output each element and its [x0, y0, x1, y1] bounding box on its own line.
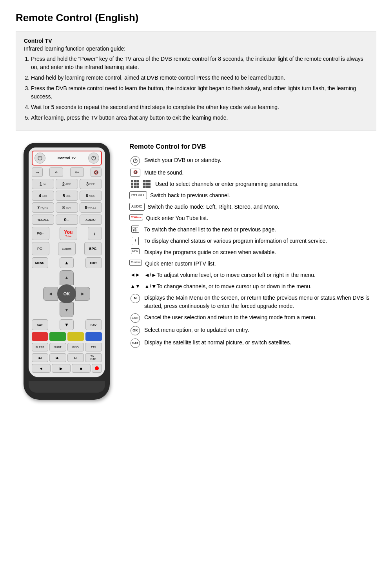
audio-button[interactable]: AUDIO	[80, 215, 102, 225]
num-8-button[interactable]: 8TUV	[56, 202, 78, 213]
control-tv-label: Control TV	[58, 156, 76, 160]
custom-button[interactable]: Custom	[58, 242, 76, 255]
num-3-button[interactable]: 3DEF	[80, 179, 102, 189]
step-2: Hand-held by learning remote control, ai…	[31, 74, 368, 82]
desc-ok: OK Select menu option, or to updated on …	[129, 326, 376, 335]
num-7-button[interactable]: 7PQRS	[32, 202, 54, 213]
desc-ud-text: ▲/▼To change channels, or to move cursor…	[144, 282, 376, 291]
fav-button[interactable]: FAV	[85, 319, 102, 330]
desc-exit-text: Cancel the user selection and return to …	[144, 313, 376, 322]
desc-epg-text: Display the programs guide on screen whe…	[144, 248, 376, 257]
desc-recall: RECALL Switch back to previous channel.	[129, 191, 376, 200]
sat-fav-row: SAT ▼ FAV	[32, 319, 102, 330]
green-button[interactable]	[49, 332, 66, 341]
step-5: After learning, press the TV button area…	[31, 114, 368, 122]
color-row	[32, 332, 102, 341]
epg-button[interactable]: EPG	[84, 242, 102, 255]
dpad-right-button[interactable]: ►	[75, 287, 90, 301]
stop-button[interactable]: ■	[72, 364, 91, 373]
ok-button[interactable]: OK	[57, 284, 76, 303]
pg-desc-icon: PS+ PS-	[129, 226, 141, 233]
pg-minus-button[interactable]: PG-	[32, 242, 49, 255]
desc-ok-text: Select menu option, or to updated on ent…	[144, 326, 376, 334]
power-left-button[interactable]	[34, 153, 45, 164]
recall-button[interactable]: RECALL	[32, 215, 54, 225]
menu-button[interactable]: MENU	[32, 257, 48, 268]
num-9-button[interactable]: 9WXYZ	[80, 202, 102, 213]
control-tv-section: Control TV Infrared learning function op…	[16, 31, 376, 131]
remote-bottom	[29, 381, 105, 393]
step-1: Press and hold the "Power" key of the TV…	[31, 55, 368, 71]
blue-button[interactable]	[85, 332, 102, 341]
red-button[interactable]	[32, 332, 48, 341]
yellow-button[interactable]	[67, 332, 84, 341]
dpad-up-button[interactable]: ▲	[60, 270, 74, 285]
epg-desc-icon: EPG	[129, 248, 141, 254]
sleep-button[interactable]: SLEEP	[32, 343, 49, 351]
num-1-button[interactable]: 1oo	[32, 179, 54, 189]
pg-plus-button[interactable]: PG+	[32, 227, 49, 240]
power-desc-icon	[129, 156, 141, 166]
desc-lr-text: ◄/►To adjust volume level, or to move cu…	[144, 271, 376, 279]
play-button[interactable]: ▶	[52, 364, 71, 373]
desc-custom-text: Quick enter custom IPTV list.	[145, 260, 376, 268]
volume-down-button[interactable]: V-	[49, 167, 63, 177]
num-0-button[interactable]: 0 —	[56, 215, 78, 225]
exit-button[interactable]: EXIT	[85, 257, 102, 268]
desc-lr: ◄► ◄/►To adjust volume level, or to move…	[129, 271, 376, 279]
desc-menu-text: Displays the Main Menu on the screen, or…	[144, 294, 376, 310]
num-4-button[interactable]: 4GHI	[32, 191, 54, 201]
remote-inner: Control TV ⇒ V- V+ 🔇 1oo 2ABC 3DEF	[29, 147, 105, 377]
rec-button[interactable]	[92, 364, 102, 373]
desc-sat-text: Display the satellite list at normal pic…	[144, 339, 376, 347]
desc-mute: 🔇 Mute the sound.	[129, 169, 376, 177]
info-button[interactable]: i	[88, 227, 102, 240]
forward-button[interactable]: ⏭	[49, 353, 66, 362]
top-row: Control TV	[32, 151, 102, 166]
desc-info: i To display channel status or various p…	[129, 237, 376, 245]
desc-exit: EXIT Cancel the user selection and retur…	[129, 313, 376, 323]
desc-pg: PS+ PS- To switch the channel list to th…	[129, 226, 376, 234]
num-5-button[interactable]: 5JKL	[56, 191, 78, 201]
source-button[interactable]: ⇒	[32, 167, 43, 177]
description-list: Switch your DVB on or standby. 🔇 Mute th…	[129, 156, 376, 348]
ttx-button[interactable]: TTX	[85, 343, 102, 351]
control-tv-steps: Press and hold the "Power" key of the TV…	[24, 55, 368, 122]
step-4: Wait for 5 seconds to repeat the second …	[31, 103, 368, 111]
youtube-button[interactable]: You Tube	[60, 227, 77, 240]
description-panel: Remote Control for DVB Switch your DVB o…	[129, 143, 376, 348]
find-button[interactable]: FIND	[67, 343, 84, 351]
info-desc-icon: i	[129, 237, 141, 245]
desc-channels: Used to select channels or enter program…	[129, 180, 376, 188]
sat-button[interactable]: SAT	[32, 319, 48, 330]
rewind-button[interactable]: ⏮	[32, 353, 49, 362]
down-button[interactable]: ▼	[60, 319, 74, 330]
tv-rad-button[interactable]: TVRAD	[85, 353, 102, 362]
desc-menu: M Displays the Main Menu on the screen, …	[129, 294, 376, 310]
desc-ud: ▲▼ ▲/▼To change channels, or to move cur…	[129, 282, 376, 291]
custom-desc-icon: Custom	[129, 260, 142, 266]
func-row: SLEEP SUBT FIND TTX	[32, 343, 102, 351]
desc-youtube: YouTube Quick enter You Tube list.	[129, 214, 376, 222]
play-pause-button[interactable]: ⏯	[67, 353, 84, 362]
num-2-button[interactable]: 2ABC	[56, 179, 78, 189]
mute-button[interactable]: 🔇	[91, 167, 102, 177]
dpad-down-button[interactable]: ▼	[60, 302, 74, 317]
subt-button[interactable]: SUBT	[49, 343, 66, 351]
desc-info-text: To display channel status or various pro…	[144, 237, 376, 245]
step-3: Press the DVB remote control need to lea…	[31, 84, 368, 101]
desc-youtube-text: Quick enter You Tube list.	[146, 214, 376, 222]
power-right-button[interactable]	[88, 153, 99, 164]
dpad-left-button[interactable]: ◄	[43, 287, 58, 301]
youtube-desc-icon: YouTube	[129, 214, 143, 220]
dpad: ▲ ▼ ◄ ► OK	[43, 270, 90, 317]
control-tv-intro: Infrared learning function operation gui…	[24, 45, 368, 52]
up-button[interactable]: ▲	[60, 257, 74, 268]
desc-epg: EPG Display the programs guide on screen…	[129, 248, 376, 257]
control-tv-title: Control TV	[24, 38, 368, 44]
desc-custom: Custom Quick enter custom IPTV list.	[129, 260, 376, 268]
num-6-button[interactable]: 6MNO	[80, 191, 102, 201]
main-content: Control TV ⇒ V- V+ 🔇 1oo 2ABC 3DEF	[16, 143, 376, 400]
volume-up-button[interactable]: V+	[70, 167, 84, 177]
vol-minus-button[interactable]: ◄	[32, 364, 51, 373]
